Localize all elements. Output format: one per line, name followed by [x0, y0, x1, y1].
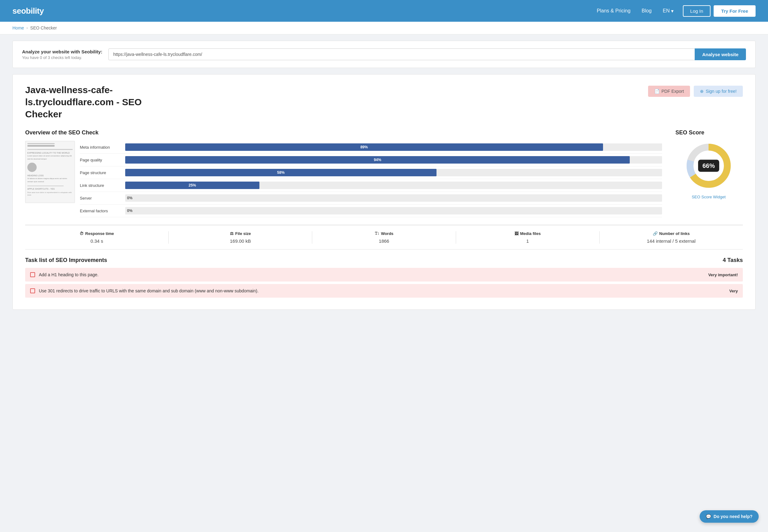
header: seobility Plans & Pricing Blog EN ▾ Log …: [0, 0, 768, 22]
analyze-label: Analyze your website with Seobility: You…: [22, 49, 102, 60]
task-priority-2: Very: [730, 289, 738, 293]
task-item-1: Add a H1 heading to this page. Very impo…: [25, 268, 743, 282]
analyze-bar: Analyze your website with Seobility: You…: [12, 41, 756, 68]
stat-response-time-value: 0.34 s: [25, 238, 168, 244]
stat-media-files-value: 1: [456, 238, 599, 244]
page-title-area: Java-wellness-cafe-ls.trycloudflare.com …: [25, 84, 743, 120]
analyze-heading: Analyze your website with Seobility:: [22, 49, 102, 54]
overview-wrapper: Overview of the SEO Check EXPRESSING LOC…: [25, 129, 743, 217]
try-free-button[interactable]: Try For Free: [714, 5, 756, 17]
meta-bar: 89%: [125, 143, 662, 151]
donut-chart: 66%: [684, 141, 734, 191]
overview-row-server: Server 0%: [80, 192, 662, 205]
signup-button[interactable]: ⊕ Sign up for free!: [694, 86, 743, 97]
stats-row: ⏱ Response time 0.34 s ⚖ File size 169.0…: [25, 225, 743, 250]
analyze-input-wrap: Analyse website: [108, 48, 746, 60]
seo-score-widget-link[interactable]: SEO Score Widget: [692, 195, 725, 199]
overview-left: Overview of the SEO Check EXPRESSING LOC…: [25, 129, 662, 217]
overview-row-external: External factors 0%: [80, 205, 662, 217]
stat-media-files: 🖼 Media files 1: [456, 231, 599, 244]
task-header: Task list of SEO Improvements 4 Tasks: [25, 257, 743, 264]
website-thumbnail: EXPRESSING LOCALITY TO THE WORLD Lorem i…: [25, 141, 75, 203]
seo-score-value: 66%: [698, 160, 719, 172]
task-text-1: Add a H1 heading to this page.: [39, 272, 705, 277]
analyze-subtext: You have 0 of 3 checks left today.: [22, 55, 102, 60]
pdf-export-button[interactable]: 📄 PDF Export: [648, 86, 690, 97]
page-title: Java-wellness-cafe-ls.trycloudflare.com …: [25, 84, 180, 120]
nav-lang[interactable]: EN ▾: [663, 8, 673, 14]
task-checkbox-2[interactable]: [30, 288, 35, 293]
stat-links: 🔗 Number of links 144 internal / 5 exter…: [600, 231, 743, 244]
url-input[interactable]: [108, 48, 695, 60]
stat-response-time: ⏱ Response time 0.34 s: [25, 231, 168, 244]
overview-row-meta: Meta information 89%: [80, 141, 662, 154]
link-icon: 🔗: [653, 231, 658, 236]
overview-content: EXPRESSING LOCALITY TO THE WORLD Lorem i…: [25, 141, 662, 217]
quality-bar: 94%: [125, 156, 662, 164]
overview-row-quality: Page quality 94%: [80, 154, 662, 166]
task-list-title: Task list of SEO Improvements: [25, 257, 107, 264]
server-bar: 0%: [125, 194, 662, 202]
title-buttons: 📄 PDF Export ⊕ Sign up for free!: [648, 86, 743, 97]
main-content: Java-wellness-cafe-ls.trycloudflare.com …: [12, 74, 756, 310]
external-bar: 0%: [125, 207, 662, 214]
nav-links: Plans & Pricing Blog EN ▾: [597, 8, 674, 14]
stat-words-value: 1866: [312, 238, 455, 244]
task-checkbox-1[interactable]: [30, 272, 35, 277]
text-icon: 𝚃↕: [375, 231, 380, 236]
image-icon: 🖼: [514, 231, 518, 236]
signup-icon: ⊕: [700, 89, 704, 94]
link-bar: 25%: [125, 182, 662, 189]
seo-score-widget[interactable]: SEO Score Widget: [675, 194, 743, 199]
overview-title: Overview of the SEO Check: [25, 129, 662, 136]
stat-words: 𝚃↕ Words 1866: [312, 231, 455, 244]
nav-blog[interactable]: Blog: [642, 8, 652, 14]
login-button[interactable]: Log In: [683, 5, 711, 17]
task-count: 4 Tasks: [723, 257, 743, 264]
breadcrumb: Home › SEO Checker: [0, 22, 768, 34]
breadcrumb-current: SEO Checker: [30, 25, 57, 30]
structure-bar: 58%: [125, 169, 662, 176]
overview-row-link: Link structure 25%: [80, 179, 662, 192]
stat-file-size: ⚖ File size 169.00 kB: [169, 231, 312, 244]
analyse-button[interactable]: Analyse website: [695, 48, 746, 60]
scale-icon: ⚖: [230, 231, 234, 236]
stat-links-value: 144 internal / 5 external: [600, 238, 743, 244]
task-section: Task list of SEO Improvements 4 Tasks Ad…: [25, 257, 743, 298]
task-priority-1: Very important!: [708, 273, 738, 277]
breadcrumb-home[interactable]: Home: [12, 25, 24, 30]
overview-table: Meta information 89% Page quality 94% Pa…: [80, 141, 662, 217]
nav-plans[interactable]: Plans & Pricing: [597, 8, 631, 14]
clock-icon: ⏱: [79, 231, 84, 236]
chevron-down-icon: ▾: [671, 8, 674, 14]
logo: seobility: [12, 6, 44, 16]
seo-score-section: SEO Score 66% SEO Score Widget: [675, 129, 743, 199]
stat-file-size-value: 169.00 kB: [169, 238, 312, 244]
task-item-2: Use 301 redirects to drive traffic to UR…: [25, 284, 743, 298]
pdf-icon: 📄: [654, 89, 660, 94]
overview-row-structure: Page structure 58%: [80, 166, 662, 179]
task-text-2: Use 301 redirects to drive traffic to UR…: [39, 288, 726, 293]
seo-score-title: SEO Score: [675, 129, 743, 136]
breadcrumb-separator: ›: [26, 26, 28, 30]
